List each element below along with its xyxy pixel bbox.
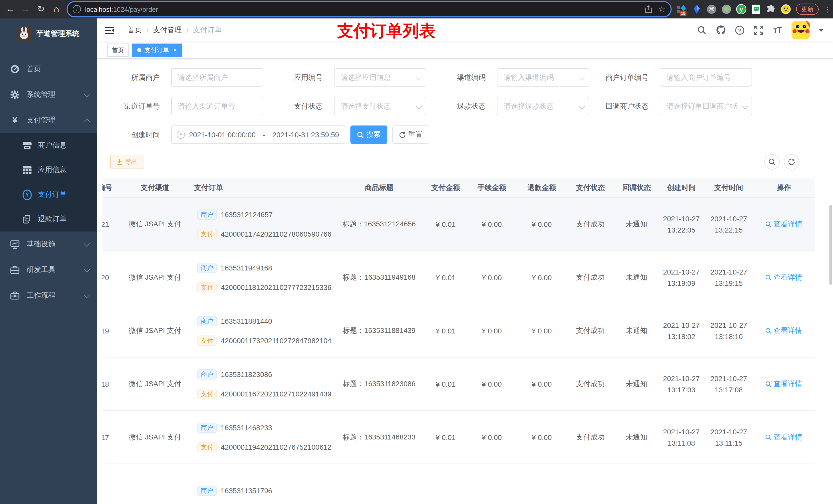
page-scrollbar[interactable] (829, 205, 832, 285)
extension-badge: 10 (680, 11, 687, 16)
chevron-down-icon (84, 90, 90, 97)
profile-avatar-icon[interactable] (781, 4, 791, 14)
extensions-row: 10 ⌘ y (677, 4, 791, 14)
export-button[interactable]: 导出 (110, 155, 143, 169)
col-pay-status: 支付状态 (566, 178, 615, 197)
table-row[interactable]: 20 微信 JSAPI 支付 商户1635311949168 支付4200001… (102, 251, 814, 304)
view-detail-link[interactable]: 查看详情 (765, 219, 802, 229)
merchant-order-no-input[interactable] (660, 68, 752, 87)
extension-icon-1[interactable]: 10 (677, 4, 687, 14)
sidebar-item-infrastructure[interactable]: 基础设施 (0, 232, 97, 257)
callback-status-select[interactable] (660, 97, 752, 115)
active-tab-dot (137, 48, 141, 52)
circled-yen-icon: ¥ (23, 190, 32, 199)
channel-code-label: 渠道编码 (427, 68, 486, 87)
app-no-label: 应用编号 (264, 68, 323, 87)
browser-update-button[interactable]: 更新 (796, 4, 819, 15)
bookmark-star-icon[interactable]: ☆ (658, 5, 665, 13)
view-detail-link[interactable]: 查看详情 (765, 326, 802, 335)
app-no-select[interactable] (334, 68, 426, 87)
browser-forward-icon[interactable]: → (21, 0, 31, 19)
sidebar-item-label: 基础设施 (27, 240, 55, 249)
tab-home[interactable]: 首页 (107, 43, 128, 56)
sidebar-item-home[interactable]: 首页 (0, 56, 97, 82)
site-info-icon[interactable]: i (73, 5, 81, 13)
clock-icon (177, 130, 185, 139)
breadcrumb: 首页 / 支付管理 / 支付订单 (127, 25, 222, 34)
sidebar-item-payment[interactable]: ¥ 支付管理 (0, 107, 97, 133)
breadcrumb-home[interactable]: 首页 (127, 25, 142, 34)
create-time-range-input[interactable]: 2021-10-01 00:00:00 - 2021-10-31 23:59:5… (171, 125, 345, 144)
merchant-tag: 商户 (197, 422, 217, 433)
font-size-icon[interactable]: ᴛT (772, 25, 783, 35)
grid-table-icon (23, 165, 32, 175)
url-text: localhost:1024/pay/order (85, 5, 640, 13)
table-toolbar: 导出 (110, 154, 799, 170)
sidebar-item-system[interactable]: 系统管理 (0, 82, 97, 107)
view-detail-link[interactable]: 查看详情 (765, 379, 802, 388)
search-button[interactable]: 搜索 (351, 125, 387, 144)
extension-icon-4[interactable] (721, 4, 732, 14)
sidebar-item-workflow[interactable]: 工作流程 (0, 283, 97, 308)
sidebar-item-merchant-info[interactable]: 商户信息 (0, 133, 97, 158)
channel-order-no-input[interactable] (171, 97, 263, 115)
share-icon[interactable] (644, 5, 652, 13)
sidebar-item-pay-order[interactable]: ¥ 支付订单 (0, 182, 97, 207)
sidebar-item-dev-tools[interactable]: 研发工具 (0, 257, 97, 283)
browser-home-icon[interactable]: ⌂ (51, 0, 62, 19)
pay-status-label: 支付状态 (264, 97, 323, 115)
extension-icon-3[interactable]: ⌘ (707, 4, 717, 14)
table-row[interactable]: 21 微信 JSAPI 支付 商户1635312124657 支付4200001… (102, 197, 814, 251)
sidebar-item-label: 退款订单 (38, 215, 67, 224)
col-amount: 支付金额 (425, 178, 466, 197)
table-header-row: 编号 支付渠道 支付订单 商品标题 支付金额 手续金额 退款金额 支付状态 回调… (102, 178, 814, 197)
yen-icon: ¥ (10, 116, 20, 125)
extensions-puzzle-icon[interactable] (766, 4, 776, 14)
breadcrumb-pay-mgmt[interactable]: 支付管理 (153, 25, 182, 34)
toolbox-icon (10, 265, 20, 274)
chevron-down-icon (84, 240, 90, 246)
pay-status-select[interactable] (334, 97, 426, 115)
close-tab-icon[interactable]: × (173, 44, 177, 56)
merchant-input[interactable] (171, 68, 263, 87)
table-row[interactable]: 19 微信 JSAPI 支付 商户1635311881440 支付4200001… (102, 304, 814, 357)
avatar-dropdown-caret[interactable] (819, 28, 824, 31)
extension-icon-6[interactable] (751, 4, 761, 14)
table-row-partial[interactable]: 商户1635311351796 (102, 464, 814, 504)
github-icon[interactable] (716, 25, 726, 35)
view-detail-link[interactable]: 查看详情 (765, 273, 802, 282)
browser-refresh-icon[interactable]: ↻ (36, 0, 46, 19)
merchant-order-no-label: 商户订单编号 (590, 68, 648, 87)
pay-tag: 支付 (197, 229, 217, 239)
refresh-table-button[interactable] (784, 154, 799, 170)
search-icon[interactable] (697, 25, 707, 35)
view-detail-link[interactable]: 查看详情 (765, 433, 802, 442)
sidebar-item-label: 应用信息 (38, 165, 67, 175)
browser-menu-icon[interactable]: ⋮ (824, 5, 828, 13)
user-avatar[interactable] (791, 21, 810, 39)
table-row[interactable]: 17 微信 JSAPI 支付 商户1635311468233 支付4200001… (102, 410, 814, 464)
fullscreen-icon[interactable] (754, 25, 764, 35)
table-row[interactable]: 18 微信 JSAPI 支付 商户1635311823086 支付4200001… (102, 357, 814, 410)
sidebar-item-refund-order[interactable]: 退款订单 (0, 207, 97, 232)
help-icon[interactable]: ? (735, 25, 745, 35)
sidebar-item-label: 支付订单 (38, 190, 67, 199)
browser-toolbar: ← → ↻ ⌂ i localhost:1024/pay/order ☆ 10 … (0, 0, 833, 19)
merchant-tag: 商户 (197, 209, 217, 219)
sidebar-logo[interactable]: 芋道管理系统 (0, 19, 97, 49)
reset-button[interactable]: 重置 (392, 125, 429, 144)
tab-pay-order[interactable]: 支付订单 × (132, 43, 182, 56)
extension-icon-2[interactable] (692, 4, 702, 14)
refund-status-select[interactable] (497, 97, 589, 115)
sidebar-collapse-icon[interactable] (105, 26, 114, 33)
address-bar[interactable]: i localhost:1024/pay/order ☆ (67, 1, 672, 18)
sidebar-item-label: 系统管理 (27, 90, 55, 99)
sidebar-item-app-info[interactable]: 应用信息 (0, 158, 97, 182)
extension-icon-5[interactable]: y (736, 4, 746, 14)
channel-code-select[interactable] (497, 68, 589, 87)
col-callback-status: 回调状态 (615, 178, 658, 197)
create-time-label: 创建时间 (101, 125, 160, 144)
toggle-search-button[interactable] (764, 154, 780, 170)
browser-back-icon[interactable]: ← (5, 0, 15, 19)
page-title: 支付订单列表 (337, 20, 435, 43)
